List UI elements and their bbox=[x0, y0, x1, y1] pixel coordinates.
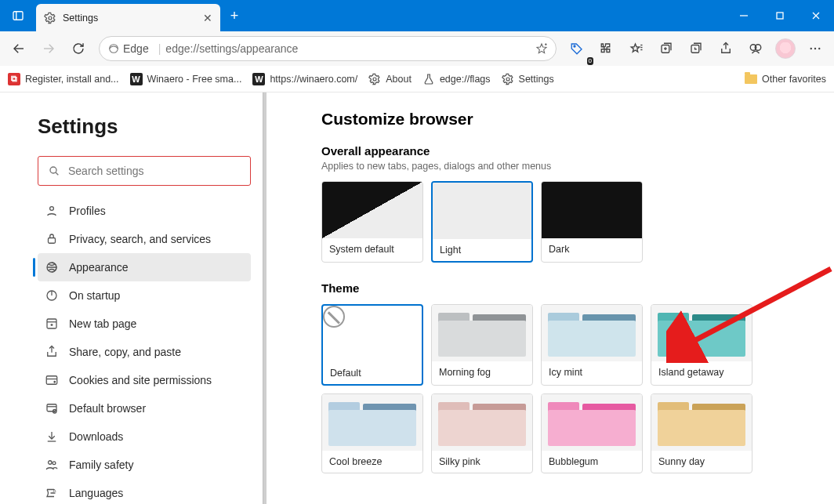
theme-preview bbox=[542, 305, 642, 361]
maximize-icon bbox=[774, 9, 786, 22]
theme-section-title: Theme bbox=[321, 281, 818, 295]
nav-icon bbox=[44, 401, 60, 415]
share-icon bbox=[719, 42, 733, 56]
svg-point-49 bbox=[53, 462, 56, 465]
settings-search-input[interactable] bbox=[68, 165, 241, 177]
svg-rect-40 bbox=[46, 376, 57, 385]
sidebar-item[interactable]: Profiles bbox=[38, 197, 251, 225]
sidebar-item[interactable]: Cookies and site permissions bbox=[38, 366, 251, 394]
gear-icon bbox=[44, 12, 56, 24]
bookmark-label: Winaero - Free sma... bbox=[147, 74, 242, 85]
theme-option[interactable]: Morning fog bbox=[431, 304, 533, 386]
bookmark-item[interactable]: ⧉Register, install and... bbox=[8, 73, 119, 85]
sidebar-item[interactable]: Appearance bbox=[38, 253, 251, 281]
appearance-option-label: Light bbox=[433, 239, 531, 261]
window-maximize-button[interactable] bbox=[762, 0, 798, 31]
collections-button[interactable] bbox=[652, 34, 680, 63]
edge-logo-icon bbox=[107, 42, 120, 55]
appearance-option[interactable]: Dark bbox=[541, 181, 643, 263]
arrow-right-icon bbox=[42, 42, 56, 56]
svg-point-25 bbox=[814, 47, 816, 49]
svg-line-30 bbox=[56, 172, 58, 175]
back-button[interactable] bbox=[5, 34, 33, 63]
bookmark-item[interactable]: Whttps://winaero.com/ bbox=[252, 73, 357, 85]
star-add-icon[interactable] bbox=[535, 42, 548, 55]
sidebar-item[interactable]: Default browser bbox=[38, 394, 251, 422]
page-title: Customize browser bbox=[321, 110, 818, 129]
web-capture-icon bbox=[749, 42, 763, 56]
omnibox-actions bbox=[535, 42, 548, 55]
sidebar-item[interactable]: New tab page bbox=[38, 310, 251, 338]
theme-option-label: Sunny day bbox=[651, 451, 752, 473]
nav-icon bbox=[44, 317, 60, 331]
bookmark-item[interactable]: WWinaero - Free sma... bbox=[130, 73, 242, 85]
nav-icon bbox=[44, 288, 60, 303]
omnibox-url: edge://settings/appearance bbox=[165, 42, 298, 55]
ellipsis-icon bbox=[808, 42, 822, 56]
refresh-button[interactable] bbox=[64, 34, 92, 63]
bookmark-item[interactable]: About bbox=[368, 73, 412, 85]
theme-option[interactable]: Icy mint bbox=[541, 304, 643, 386]
settings-nav: ProfilesPrivacy, search, and servicesApp… bbox=[38, 197, 251, 504]
refresh-icon bbox=[71, 42, 85, 56]
svg-point-48 bbox=[49, 461, 53, 465]
titlebar-left: Settings ✕ + bbox=[0, 0, 248, 31]
theme-preview bbox=[323, 306, 422, 362]
history-button[interactable] bbox=[682, 34, 710, 63]
svg-rect-0 bbox=[13, 12, 23, 20]
tab-close-button[interactable]: ✕ bbox=[203, 12, 212, 24]
new-tab-button[interactable]: + bbox=[220, 8, 248, 24]
profile-button[interactable] bbox=[771, 34, 800, 63]
forward-button[interactable] bbox=[34, 34, 63, 63]
tab-actions-button[interactable] bbox=[0, 9, 36, 23]
favorites-button[interactable] bbox=[622, 34, 651, 63]
theme-option-label: Default bbox=[323, 362, 422, 384]
appearance-option-label: System default bbox=[322, 238, 422, 260]
appearance-option[interactable]: System default bbox=[321, 181, 423, 263]
sidebar-item-label: On startup bbox=[69, 289, 120, 302]
theme-option[interactable]: Bubblegum bbox=[541, 393, 643, 473]
favicon-icon: W bbox=[252, 73, 265, 85]
other-favorites-button[interactable]: Other favorites bbox=[745, 74, 826, 85]
sidebar-item[interactable]: On startup bbox=[38, 281, 251, 310]
sidebar-item-label: Languages bbox=[69, 487, 123, 499]
svg-point-13 bbox=[574, 45, 575, 47]
window-close-button[interactable] bbox=[798, 0, 834, 31]
sidebar-item[interactable]: Privacy, search, and services bbox=[38, 225, 251, 253]
sidebar-item[interactable]: Family safety bbox=[38, 451, 251, 479]
theme-option[interactable]: Cool breeze bbox=[321, 393, 423, 473]
puzzle-icon bbox=[600, 42, 614, 56]
sidebar-item[interactable]: Share, copy, and paste bbox=[38, 338, 251, 366]
bookmark-item[interactable]: Settings bbox=[502, 73, 554, 85]
sidebar-item[interactable]: ALanguages bbox=[38, 479, 251, 504]
collections-icon bbox=[659, 42, 673, 56]
theme-option[interactable]: Default bbox=[321, 304, 423, 386]
svg-rect-4 bbox=[777, 13, 783, 19]
bookmark-item[interactable]: edge://flags bbox=[422, 73, 491, 85]
extensions-button[interactable] bbox=[593, 34, 621, 63]
theme-option[interactable]: Island getaway bbox=[651, 304, 752, 386]
nav-icon bbox=[44, 260, 60, 274]
svg-point-24 bbox=[810, 47, 812, 49]
svg-point-42 bbox=[54, 382, 56, 383]
theme-option[interactable]: Sunny day bbox=[651, 393, 752, 473]
svg-rect-32 bbox=[49, 238, 56, 244]
theme-option[interactable]: Silky pink bbox=[431, 393, 533, 473]
theme-option-label: Silky pink bbox=[432, 451, 532, 473]
sidebar-item-label: Privacy, search, and services bbox=[69, 233, 211, 245]
window-controls bbox=[726, 0, 834, 31]
settings-search[interactable] bbox=[38, 156, 251, 186]
app-menu-button[interactable] bbox=[801, 34, 829, 63]
window-minimize-button[interactable] bbox=[726, 0, 762, 31]
shopping-button[interactable] bbox=[563, 34, 591, 63]
appearance-preview bbox=[433, 183, 531, 239]
web-capture-button[interactable] bbox=[742, 34, 770, 63]
address-bar[interactable]: Edge | edge://settings/appearance bbox=[99, 36, 557, 61]
appearance-preview bbox=[322, 182, 422, 238]
appearance-option[interactable]: Light bbox=[431, 181, 533, 263]
sidebar-item[interactable]: Downloads bbox=[38, 422, 251, 451]
other-favorites-label: Other favorites bbox=[762, 74, 826, 85]
browser-tab[interactable]: Settings ✕ bbox=[36, 4, 220, 31]
share-button[interactable] bbox=[712, 34, 740, 63]
appearance-section-title: Overall appearance bbox=[321, 144, 818, 158]
